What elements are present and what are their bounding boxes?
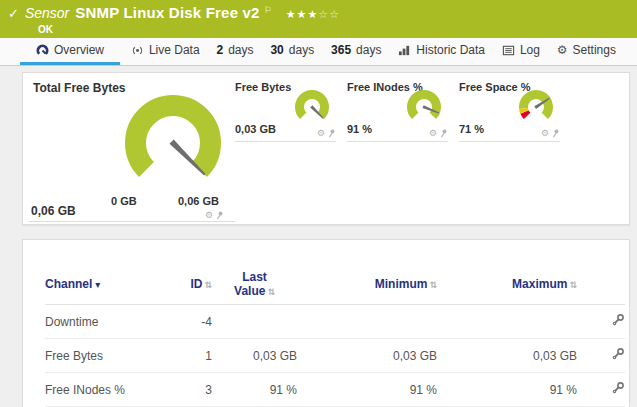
- tab-settings-label: Settings: [573, 43, 616, 57]
- sensor-header: ✓ Sensor SNMP Linux Disk Free v2 ⚐ ★★★☆☆…: [0, 0, 637, 38]
- table-row-free-inodes[interactable]: Free INodes % 3 91 % 91 % 91 %: [45, 373, 625, 407]
- cell-id: -4: [167, 305, 212, 339]
- gear-icon[interactable]: ⚙: [205, 209, 213, 222]
- cell-maximum: [437, 305, 577, 339]
- log-list-icon: [502, 44, 515, 57]
- tab-365-days-unit: days: [356, 43, 381, 57]
- tab-historic-data[interactable]: Historic Data: [392, 38, 491, 65]
- object-kind-label: Sensor: [25, 5, 69, 22]
- small-gauges-row: Free Bytes 0,03 GB ⚙ Free INodes % 91 %: [235, 81, 560, 142]
- wrench-icon[interactable]: [611, 347, 625, 361]
- table-row-downtime[interactable]: Downtime -4: [45, 305, 625, 339]
- cell-id: 1: [167, 339, 212, 373]
- cell-last-value: 91 %: [212, 373, 297, 407]
- gauge-free-space-tools: ⚙: [541, 127, 560, 140]
- priority-stars[interactable]: ★★★☆☆: [286, 6, 340, 23]
- sort-desc-icon: ▾: [95, 279, 100, 290]
- gauge-free-space-value: 71 %: [459, 123, 484, 135]
- column-header-maximum[interactable]: Maximum⇅: [437, 264, 577, 305]
- tab-overview[interactable]: Overview: [20, 38, 120, 65]
- tab-365-days-number: 365: [331, 43, 351, 57]
- cell-minimum: 91 %: [297, 373, 437, 407]
- sort-icon: ⇅: [267, 287, 275, 297]
- cell-minimum: 0,03 GB: [297, 339, 437, 373]
- pin-icon[interactable]: [552, 129, 560, 138]
- tab-overview-label: Overview: [54, 43, 104, 57]
- gauge-free-space-dial: [514, 87, 558, 129]
- cell-channel: Free INodes %: [45, 373, 167, 407]
- settings-gear-icon: ⚙: [557, 44, 568, 57]
- cell-id: 3: [167, 373, 212, 407]
- cell-maximum: 91 %: [437, 373, 577, 407]
- tab-log[interactable]: Log: [496, 38, 546, 65]
- live-data-broadcast-icon: [131, 44, 144, 57]
- gauge-free-inodes: Free INodes % 91 % ⚙: [347, 81, 448, 142]
- cell-channel: Downtime: [45, 305, 167, 339]
- column-header-actions: [577, 264, 625, 305]
- gauge-free-space: Free Space % 71 % ⚙: [459, 81, 560, 142]
- cell-last-value: [212, 305, 297, 339]
- wrench-icon[interactable]: [611, 381, 625, 395]
- tab-30-days-number: 30: [270, 43, 283, 57]
- tab-live-data[interactable]: Live Data: [125, 38, 206, 65]
- gear-icon[interactable]: ⚙: [317, 127, 325, 140]
- gauge-free-bytes-value: 0,03 GB: [235, 123, 276, 135]
- gauge-free-inodes-tools: ⚙: [429, 127, 448, 140]
- tab-30-days[interactable]: 30 days: [264, 38, 320, 65]
- table-header-row: Channel▾ ID⇅ LastValue⇅ Minimum⇅ Maximum…: [45, 264, 625, 305]
- flag-icon[interactable]: ⚐: [264, 2, 272, 19]
- tab-2-days[interactable]: 2 days: [211, 38, 260, 65]
- main-gauge-value: 0,06 GB: [31, 204, 76, 218]
- tab-bar: Overview Live Data 2 days 30 days 365 da…: [0, 38, 637, 66]
- gauge-free-inodes-dial: [402, 87, 446, 129]
- sort-icon: ⇅: [204, 280, 212, 290]
- pin-icon[interactable]: [328, 129, 336, 138]
- stars-filled: ★★★: [286, 8, 319, 20]
- gauge-free-bytes-title: Free Bytes: [235, 81, 291, 93]
- sensor-status-badge: OK: [8, 24, 637, 36]
- status-ok-check-icon: ✓: [8, 5, 19, 22]
- cell-minimum: [297, 305, 437, 339]
- table-row-free-bytes[interactable]: Free Bytes 1 0,03 GB 0,03 GB 0,03 GB: [45, 339, 625, 373]
- channel-table: Channel▾ ID⇅ LastValue⇅ Minimum⇅ Maximum…: [45, 264, 625, 407]
- column-header-channel[interactable]: Channel▾: [45, 264, 167, 305]
- sort-icon: ⇅: [429, 280, 437, 290]
- sort-icon: ⇅: [569, 280, 577, 290]
- tab-log-label: Log: [520, 43, 540, 57]
- gauge-free-bytes: Free Bytes 0,03 GB ⚙: [235, 81, 336, 142]
- stars-empty: ☆☆: [318, 8, 340, 20]
- overview-gauge-icon: [36, 44, 49, 57]
- historic-data-chart-icon: [398, 44, 411, 57]
- overview-gauges-panel: Total Free Bytes 0 GB 0,06 GB 0,06 GB ⚙ …: [22, 72, 630, 225]
- cell-last-value: 0,03 GB: [212, 339, 297, 373]
- tab-365-days[interactable]: 365 days: [325, 38, 387, 65]
- pin-icon[interactable]: [440, 129, 448, 138]
- main-gauge-tools: ⚙: [205, 209, 224, 222]
- column-header-minimum[interactable]: Minimum⇅: [297, 264, 437, 305]
- gauge-free-bytes-tools: ⚙: [317, 127, 336, 140]
- gear-icon[interactable]: ⚙: [429, 127, 437, 140]
- tab-2-days-unit: days: [228, 43, 253, 57]
- channel-table-panel: Channel▾ ID⇅ LastValue⇅ Minimum⇅ Maximum…: [22, 239, 630, 407]
- pin-icon[interactable]: [216, 211, 224, 220]
- column-header-id[interactable]: ID⇅: [167, 264, 212, 305]
- tab-settings[interactable]: ⚙ Settings: [551, 38, 622, 65]
- tab-30-days-unit: days: [289, 43, 314, 57]
- tab-live-data-label: Live Data: [149, 43, 200, 57]
- gauge-free-inodes-value: 91 %: [347, 123, 372, 135]
- sensor-title: SNMP Linux Disk Free v2: [75, 4, 259, 21]
- cell-channel: Free Bytes: [45, 339, 167, 373]
- cell-maximum: 0,03 GB: [437, 339, 577, 373]
- tab-historic-data-label: Historic Data: [416, 43, 485, 57]
- tab-2-days-number: 2: [217, 43, 224, 57]
- gear-icon[interactable]: ⚙: [541, 127, 549, 140]
- column-header-last-value[interactable]: LastValue⇅: [212, 264, 297, 305]
- gauge-free-bytes-dial: [290, 87, 334, 129]
- wrench-icon[interactable]: [611, 313, 625, 327]
